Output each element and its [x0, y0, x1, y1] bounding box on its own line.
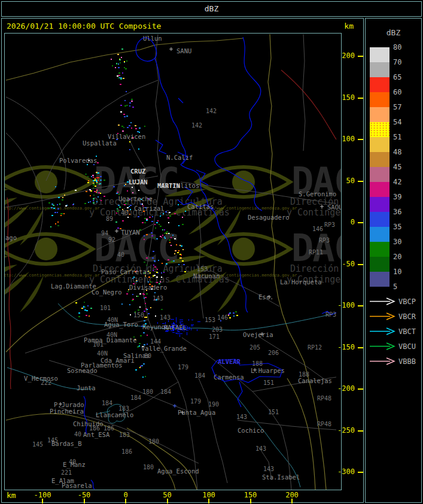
place-label: Chihuido: [73, 420, 104, 427]
x-axis-tick: [250, 499, 251, 503]
route-label: 89: [106, 215, 113, 222]
route-label: 40N: [97, 350, 108, 357]
route-label: 40: [121, 210, 128, 216]
route-label: 188: [252, 360, 263, 367]
route-label: 180: [143, 464, 154, 470]
place-label: Lag.Diamante: [51, 283, 96, 290]
scale-value: 42: [393, 178, 401, 186]
route-label: 151: [268, 409, 279, 415]
route-label: 153: [197, 266, 208, 272]
route-label: 221: [61, 469, 72, 476]
arrow-label: VBCU: [398, 342, 416, 351]
place-label: Carrizal: [134, 205, 165, 212]
route-label: 151: [263, 379, 274, 386]
route-label: RP48: [317, 395, 331, 402]
route-label: RP11: [309, 249, 323, 256]
y-axis-tick-label: -250: [330, 426, 355, 435]
map-panel: 2026/01/21 10:00:00 UTC Composite km DAC…: [1, 18, 364, 503]
x-axis-tick: [208, 499, 209, 503]
arrow-legend-item: VBBB: [369, 354, 421, 369]
place-label: Sta.Isabel: [262, 473, 300, 481]
y-axis-tick-label: 50: [330, 177, 355, 185]
route-label: 150: [133, 312, 144, 318]
route-label: 143: [255, 445, 266, 452]
scale-value: 5: [393, 283, 397, 291]
route-label: 143: [153, 295, 163, 302]
arrow-legend-item: VBCP: [369, 294, 421, 309]
place-label: Agua_Escond: [157, 467, 199, 475]
route-label: 184: [160, 388, 171, 395]
route-label: RP12: [308, 344, 322, 351]
scale-value: 65: [393, 73, 401, 81]
velocity-arrow-icon: [369, 327, 396, 335]
x-axis-tick-label: 150: [238, 491, 264, 499]
place-label: Agua_Toro: [104, 321, 138, 329]
scale-swatch: [370, 242, 389, 257]
x-axis-tick: [84, 499, 85, 503]
timestamp: 2026/01/21 10:00:00 UTC Composite: [7, 22, 161, 31]
place-label: Desaguadero: [248, 214, 290, 221]
scale-value: 30: [393, 238, 401, 246]
y-axis-tick-label: -200: [330, 384, 355, 393]
x-axis-tick: [125, 499, 126, 503]
place-label: Pincheira: [50, 408, 84, 415]
place-label: Canalejas: [298, 377, 332, 384]
route-label: 205: [249, 344, 260, 351]
scale-swatch: [370, 197, 389, 212]
place-label: Llancanelo: [96, 411, 133, 418]
scale-swatch: [370, 212, 389, 227]
route-label: 94: [101, 230, 108, 236]
arrow-legend-item: VBCR: [369, 309, 421, 324]
place-label: RAFAEL: [164, 324, 187, 331]
scale-swatch: [370, 167, 389, 182]
legend-title: dBZ: [366, 28, 421, 37]
route-label: RP3: [325, 311, 336, 318]
map-canvas[interactable]: DACCDirección de Agriculturay Contingenc…: [5, 34, 341, 490]
place-label: Pasarela: [62, 482, 92, 489]
place-label: L.Huarpes: [251, 367, 285, 374]
cross-marker-icon: [173, 404, 176, 408]
y-axis-tick-label: 0: [330, 218, 355, 226]
y-axis-tick: [358, 181, 363, 182]
route-label: 146: [312, 226, 323, 232]
place-label: SANU: [176, 47, 191, 54]
place-label: SAOU: [327, 204, 341, 211]
scale-swatch: [370, 272, 389, 287]
route-label: 180: [148, 438, 159, 445]
place-label: Carmensa: [214, 374, 244, 381]
route-label: 145: [32, 441, 43, 448]
route-label: 190: [208, 401, 219, 408]
route-label: 206: [268, 350, 279, 356]
scale-swatch: [370, 77, 389, 92]
place-label: Catitas: [187, 203, 214, 210]
scale-swatch: [370, 92, 389, 107]
scale-value: 48: [393, 148, 401, 156]
place-label: Ovejeria: [243, 331, 273, 338]
route-label: 184: [194, 372, 205, 379]
route-label: 92: [108, 236, 115, 243]
x-axis-tick-label: 50: [154, 491, 181, 499]
place-label: La Horqueta: [280, 278, 322, 286]
scale-value: 80: [393, 43, 401, 51]
arrow-label: VBCP: [398, 297, 416, 306]
place-label: TUYAN: [121, 229, 140, 236]
x-axis-unit: km: [7, 491, 16, 500]
y-axis-tick-label: 100: [330, 135, 355, 143]
x-axis-tick-label: -100: [29, 491, 56, 499]
y-axis-tick: [358, 472, 363, 473]
place-label: Pampa_Diamante: [84, 336, 137, 344]
y-axis-tick-label: -300: [330, 467, 355, 476]
page-title: dBZ: [205, 4, 218, 13]
scale-value: 36: [393, 208, 401, 216]
scale-value: 45: [393, 163, 401, 171]
place-label: CRUZ: [130, 168, 145, 175]
y-axis-tick: [358, 98, 363, 99]
scale-value: 70: [393, 58, 401, 66]
y-axis-tick: [358, 222, 363, 223]
place-label: Esc.: [258, 293, 273, 300]
route-label: 179: [190, 398, 201, 405]
arrow-label: VBCR: [398, 312, 416, 321]
radar-map[interactable]: DACCDirección de Agriculturay Contingenc…: [4, 33, 342, 490]
title-bar: dBZ: [1, 1, 422, 17]
y-axis-tick-label: -150: [330, 343, 355, 351]
